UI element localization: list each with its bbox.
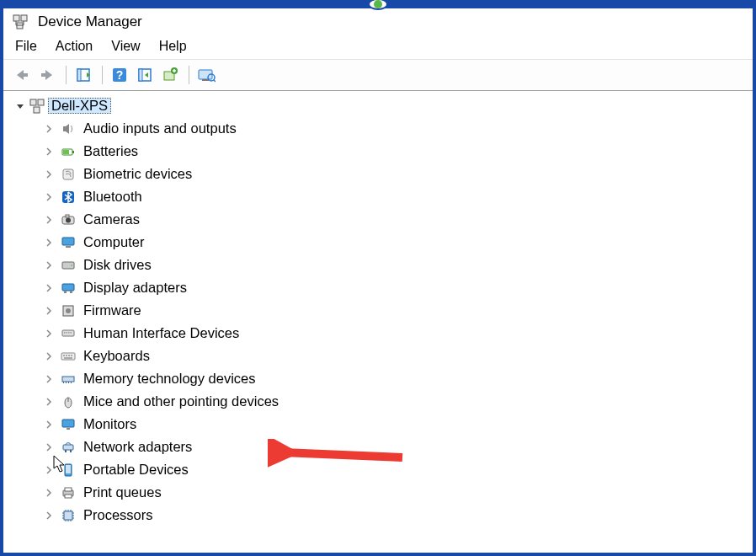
tree-node[interactable]: Portable Devices <box>42 458 753 481</box>
expander-icon[interactable] <box>42 511 56 520</box>
tree-node[interactable]: Disk drives <box>42 254 753 276</box>
toolbar-properties-button[interactable] <box>194 63 218 87</box>
toolbar-help-button[interactable]: ? <box>108 63 131 87</box>
firmware-icon <box>60 302 77 319</box>
svg-rect-25 <box>63 150 69 154</box>
expander-icon[interactable] <box>42 216 56 224</box>
svg-rect-35 <box>62 284 74 291</box>
expander-icon[interactable] <box>42 261 56 270</box>
bluetooth-icon <box>60 189 77 206</box>
tree-node[interactable]: Monitors <box>42 413 753 436</box>
tree-node[interactable]: Bluetooth <box>42 185 753 208</box>
svg-line-19 <box>214 80 216 83</box>
svg-rect-21 <box>38 99 44 105</box>
tree-node[interactable]: Cameras <box>42 208 753 231</box>
expander-icon[interactable] <box>42 147 56 156</box>
svg-point-34 <box>71 265 72 266</box>
expander-icon[interactable] <box>13 102 27 110</box>
svg-rect-20 <box>30 99 36 105</box>
tree-node[interactable]: Keyboards <box>42 345 753 367</box>
menu-action[interactable]: Action <box>56 39 93 54</box>
svg-rect-0 <box>13 15 19 21</box>
toolbar-addhw-button[interactable] <box>158 63 182 87</box>
tree-node-label[interactable]: Biometric devices <box>82 167 192 181</box>
svg-rect-51 <box>62 377 74 382</box>
menu-file[interactable]: File <box>15 39 37 54</box>
disk-icon <box>60 257 77 274</box>
toolbar-forward-button[interactable] <box>35 63 59 87</box>
expander-icon[interactable] <box>42 466 56 474</box>
tree-node-label[interactable]: Audio inputs and outputs <box>82 121 237 136</box>
tree-node-label[interactable]: Keyboards <box>82 349 150 363</box>
window-title: Device Manager <box>38 13 142 30</box>
tree-node[interactable]: Processors <box>42 504 753 527</box>
svg-text:?: ? <box>116 68 124 82</box>
tree-node[interactable]: Mice and other pointing devices <box>42 390 753 413</box>
tree-node[interactable]: Firmware <box>42 299 753 322</box>
svg-rect-50 <box>64 357 72 359</box>
svg-point-39 <box>66 308 71 313</box>
expander-icon[interactable] <box>42 238 56 247</box>
tree-node-label[interactable]: Disk drives <box>82 258 152 272</box>
toolbar-back-button[interactable] <box>10 63 34 87</box>
svg-rect-54 <box>68 382 69 383</box>
expander-icon[interactable] <box>42 352 56 361</box>
svg-rect-59 <box>67 428 70 430</box>
tree-node[interactable]: Memory technology devices <box>42 367 753 390</box>
svg-rect-13 <box>139 69 142 81</box>
tree-node-label[interactable]: Network adapters <box>82 440 192 454</box>
tree-node-label[interactable]: Memory technology devices <box>82 372 256 386</box>
device-tree[interactable]: Dell-XPS Audio inputs and outputsBatteri… <box>3 91 753 553</box>
tree-node[interactable]: Audio inputs and outputs <box>42 117 753 140</box>
expander-icon[interactable] <box>42 489 56 497</box>
tree-node-label[interactable]: Computer <box>82 235 144 249</box>
expander-icon[interactable] <box>42 170 56 179</box>
menu-help[interactable]: Help <box>159 39 187 54</box>
svg-rect-61 <box>65 450 67 452</box>
svg-rect-42 <box>67 332 68 334</box>
svg-rect-41 <box>64 332 66 334</box>
expander-icon[interactable] <box>42 375 56 383</box>
speaker-icon <box>60 120 77 137</box>
tree-node-label[interactable]: Portable Devices <box>82 462 189 477</box>
tree-node[interactable]: Network adapters <box>42 436 753 458</box>
expander-icon[interactable] <box>42 398 56 406</box>
tree-node-label[interactable]: Bluetooth <box>82 190 142 204</box>
tree-node[interactable]: Print queues <box>42 481 753 504</box>
tree-node-label[interactable]: Human Interface Devices <box>82 326 239 340</box>
toolbar-showhide-button[interactable] <box>72 63 95 87</box>
tree-node[interactable]: Display adapters <box>42 276 753 299</box>
expander-icon[interactable] <box>42 284 56 292</box>
tree-node-label[interactable]: Monitors <box>82 417 136 431</box>
network-icon <box>60 439 77 456</box>
tree-node-label[interactable]: Firmware <box>82 303 141 318</box>
tree-node-label[interactable]: Display adapters <box>82 281 187 295</box>
expander-icon[interactable] <box>42 443 56 452</box>
svg-rect-22 <box>34 107 40 113</box>
expander-icon[interactable] <box>42 125 56 133</box>
tree-node[interactable]: Batteries <box>42 140 753 163</box>
toolbar-separator <box>66 66 67 84</box>
tree-node-label[interactable]: Mice and other pointing devices <box>82 394 279 409</box>
tree-node[interactable]: Biometric devices <box>42 163 753 185</box>
svg-rect-32 <box>66 246 71 248</box>
tree-node-label[interactable]: Processors <box>82 508 153 522</box>
battery-icon <box>60 143 77 160</box>
display-adapter-icon <box>60 280 77 297</box>
tree-node-label[interactable]: Cameras <box>82 212 140 227</box>
tree-root-row[interactable]: Dell-XPS <box>13 94 753 117</box>
tree-node-label[interactable]: Print queues <box>82 485 162 500</box>
tree-node[interactable]: Computer <box>42 231 753 254</box>
toolbar-scan-button[interactable] <box>133 63 157 87</box>
expander-icon[interactable] <box>42 420 56 429</box>
svg-rect-43 <box>68 332 70 334</box>
tree-node[interactable]: Human Interface Devices <box>42 322 753 345</box>
expander-icon[interactable] <box>42 329 56 338</box>
printer-icon <box>60 484 77 501</box>
menu-view[interactable]: View <box>111 39 140 54</box>
expander-icon[interactable] <box>42 193 56 201</box>
computer-root-icon <box>29 98 45 115</box>
expander-icon[interactable] <box>42 307 56 315</box>
tree-node-label[interactable]: Batteries <box>82 144 138 158</box>
tree-root-label[interactable]: Dell-XPS <box>48 98 111 114</box>
